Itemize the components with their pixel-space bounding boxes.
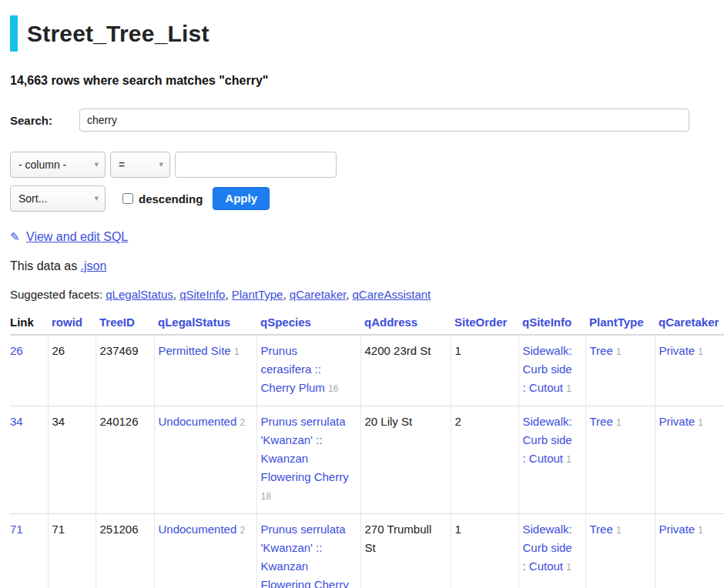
facet-value-link[interactable]: Tree bbox=[590, 523, 613, 536]
col-header-qlegalstatus: qLegalStatus bbox=[154, 312, 256, 335]
cell-qlegalstatus: Undocumented 2 bbox=[154, 514, 256, 588]
facet-count: 2 bbox=[240, 525, 245, 536]
filter-row: - column - ▾ = ▾ bbox=[10, 152, 724, 178]
filter-value-input[interactable] bbox=[175, 152, 337, 178]
cell-qsiteinfo: Sidewalk: Curb side : Cutout 1 bbox=[518, 514, 585, 588]
sort-by-planttype[interactable]: PlantType bbox=[589, 316, 644, 329]
cell-rowid: 71 bbox=[48, 514, 96, 588]
col-header-siteorder: SiteOrder bbox=[451, 312, 518, 335]
cell-qcaretaker: Private 1 bbox=[655, 335, 724, 406]
facet-value-link[interactable]: Prunus serrulata 'Kwanzan' :: Kwanzan Fl… bbox=[261, 523, 349, 588]
facet-count: 1 bbox=[566, 383, 571, 394]
facet-link-qlegalstatus[interactable]: qLegalStatus bbox=[106, 288, 173, 301]
cell-siteorder: 2 bbox=[451, 406, 518, 514]
sort-by-qspecies[interactable]: qSpecies bbox=[260, 316, 311, 329]
row-link[interactable]: 34 bbox=[10, 415, 23, 428]
row-link[interactable]: 71 bbox=[10, 523, 23, 536]
col-header-planttype: PlantType bbox=[585, 312, 655, 335]
facet-value-link[interactable]: Prunus serrulata 'Kwanzan' :: Kwanzan Fl… bbox=[261, 415, 349, 483]
cell-link: 71 bbox=[10, 514, 48, 588]
cell-qlegalstatus: Undocumented 2 bbox=[154, 406, 256, 514]
facet-count: 1 bbox=[616, 417, 622, 428]
facet-value-link[interactable]: Sidewalk: Curb side : Cutout bbox=[523, 415, 572, 465]
filter-column-select[interactable]: - column - bbox=[10, 152, 106, 178]
descending-label: descending bbox=[139, 192, 203, 205]
cell-siteorder: 1 bbox=[451, 514, 518, 588]
facet-value-link[interactable]: Tree bbox=[590, 344, 613, 357]
facets-prefix: Suggested facets: bbox=[10, 288, 102, 301]
cell-qaddress: 4200 23rd St bbox=[360, 335, 451, 406]
search-form: Search: bbox=[10, 109, 724, 132]
facet-count: 1 bbox=[234, 346, 240, 357]
json-link[interactable]: .json bbox=[81, 259, 107, 272]
sort-by-qlegalstatus[interactable]: qLegalStatus bbox=[158, 316, 230, 329]
cell-planttype: Tree 1 bbox=[585, 514, 655, 588]
facet-count: 1 bbox=[616, 525, 622, 536]
table-header-row: Link rowid TreeID qLegalStatus qSpecies … bbox=[10, 312, 724, 335]
data-as-prefix: This data as bbox=[10, 259, 77, 272]
results-table: Link rowid TreeID qLegalStatus qSpecies … bbox=[10, 312, 724, 588]
facet-count: 2 bbox=[240, 417, 245, 428]
cell-qcaretaker: Private 1 bbox=[655, 406, 724, 514]
cell-planttype: Tree 1 bbox=[585, 335, 655, 406]
cell-link: 26 bbox=[10, 335, 48, 406]
row-count-summary: 14,663 rows where search matches "cherry… bbox=[10, 74, 724, 88]
cell-link: 34 bbox=[10, 406, 48, 514]
facet-count: 1 bbox=[698, 346, 703, 357]
facet-value-link[interactable]: Private bbox=[659, 344, 696, 357]
cell-rowid: 26 bbox=[48, 335, 96, 406]
facet-value-link[interactable]: Tree bbox=[590, 415, 613, 428]
sort-by-treeid[interactable]: TreeID bbox=[99, 316, 135, 329]
facet-count: 16 bbox=[328, 383, 338, 394]
col-header-qsiteinfo: qSiteInfo bbox=[518, 312, 585, 335]
view-edit-sql-link[interactable]: View and edit SQL bbox=[26, 230, 128, 243]
pencil-icon: ✎ bbox=[10, 230, 20, 243]
col-header-qaddress: qAddress bbox=[360, 312, 451, 335]
cell-qaddress: 270 Trumbull St bbox=[360, 514, 451, 588]
facet-link-qcaretaker[interactable]: qCaretaker bbox=[290, 288, 346, 301]
facet-count: 1 bbox=[566, 562, 571, 573]
search-label: Search: bbox=[10, 114, 79, 127]
page-title: Street_Tree_List bbox=[10, 15, 724, 52]
sort-by-qcaretaker[interactable]: qCaretaker bbox=[659, 316, 719, 329]
cell-qcaretaker: Private 1 bbox=[655, 514, 724, 588]
sort-by-rowid[interactable]: rowid bbox=[52, 316, 82, 329]
facet-value-link[interactable]: Sidewalk: Curb side : Cutout bbox=[523, 523, 572, 573]
facet-value-link[interactable]: Undocumented bbox=[159, 523, 237, 536]
sort-by-qsiteinfo[interactable]: qSiteInfo bbox=[522, 316, 571, 329]
cell-qsiteinfo: Sidewalk: Curb side : Cutout 1 bbox=[518, 335, 585, 406]
row-link[interactable]: 26 bbox=[10, 344, 23, 357]
col-header-treeid: TreeID bbox=[96, 312, 154, 335]
filter-operator-select[interactable]: = bbox=[110, 152, 170, 178]
cell-rowid: 34 bbox=[48, 406, 96, 514]
facet-value-link[interactable]: Permitted Site bbox=[159, 344, 231, 357]
facet-link-qcareassistant[interactable]: qCareAssistant bbox=[353, 288, 431, 301]
facet-value-link[interactable]: Private bbox=[659, 415, 696, 428]
sort-column-select[interactable]: Sort... bbox=[10, 185, 106, 212]
cell-treeid: 251206 bbox=[96, 514, 154, 588]
sort-by-siteorder[interactable]: SiteOrder bbox=[454, 316, 507, 329]
facet-value-link[interactable]: Prunus cerasifera :: Cherry Plum bbox=[261, 344, 325, 394]
search-input[interactable] bbox=[79, 109, 689, 132]
cell-planttype: Tree 1 bbox=[585, 406, 655, 514]
descending-checkbox[interactable] bbox=[122, 193, 133, 204]
col-header-qspecies: qSpecies bbox=[256, 312, 360, 335]
cell-qspecies: Prunus cerasifera :: Cherry Plum 16 bbox=[256, 335, 360, 406]
col-header-link: Link bbox=[10, 312, 48, 335]
facet-value-link[interactable]: Private bbox=[659, 523, 696, 536]
facet-count: 18 bbox=[261, 491, 271, 502]
facet-count: 1 bbox=[566, 454, 571, 465]
facet-link-qsiteinfo[interactable]: qSiteInfo bbox=[179, 288, 225, 301]
cell-qsiteinfo: Sidewalk: Curb side : Cutout 1 bbox=[518, 406, 585, 514]
apply-button[interactable]: Apply bbox=[213, 187, 270, 210]
facet-value-link[interactable]: Undocumented bbox=[159, 415, 237, 428]
cell-qlegalstatus: Permitted Site 1 bbox=[154, 335, 256, 406]
cell-qaddress: 20 Lily St bbox=[360, 406, 451, 514]
cell-qspecies: Prunus serrulata 'Kwanzan' :: Kwanzan Fl… bbox=[256, 514, 360, 588]
table-row: 71 71 251206 Undocumented 2 Prunus serru… bbox=[10, 514, 724, 588]
facet-value-link[interactable]: Sidewalk: Curb side : Cutout bbox=[523, 344, 572, 394]
facet-link-planttype[interactable]: PlantType bbox=[232, 288, 283, 301]
data-as-line: This data as .json bbox=[10, 259, 724, 273]
cell-treeid: 237469 bbox=[96, 335, 154, 406]
sort-by-qaddress[interactable]: qAddress bbox=[364, 316, 417, 329]
